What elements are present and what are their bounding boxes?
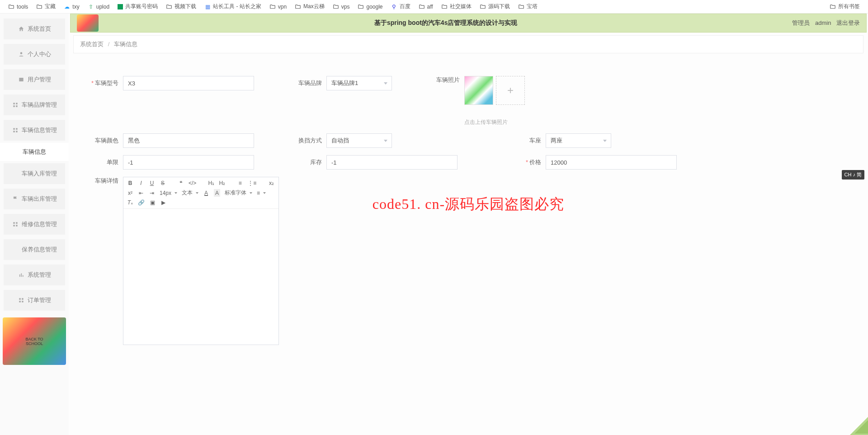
sidebar-item-repair[interactable]: 维修信息管理 bbox=[4, 214, 65, 235]
sidebar-item-carinfo-mgmt[interactable]: 车辆信息管理 bbox=[4, 120, 65, 141]
bookmark-item[interactable]: 宝藏 bbox=[36, 3, 56, 10]
brand-select[interactable]: 车辆品牌1 bbox=[326, 76, 392, 90]
limit-label: 单限 bbox=[82, 158, 118, 166]
fontfamily-select[interactable]: 标准字体 bbox=[225, 189, 252, 197]
bookmark-item[interactable]: ⇧uplod bbox=[88, 4, 109, 10]
ul-button[interactable]: ⋮≡ bbox=[248, 180, 256, 186]
field-color: 车辆颜色 bbox=[82, 133, 254, 148]
bookmark-item[interactable]: google bbox=[358, 4, 382, 10]
page-title: 基于spring boot的汽车4s店管理系统的设计与实现 bbox=[103, 19, 788, 27]
page-header: 基于spring boot的汽车4s店管理系统的设计与实现 管理员 admin … bbox=[70, 14, 867, 33]
fontcolor-button[interactable]: A bbox=[203, 189, 209, 197]
site-icon: ▦ bbox=[204, 4, 211, 10]
price-input[interactable] bbox=[546, 155, 677, 170]
header-user-area: 管理员 admin 退出登录 bbox=[788, 19, 860, 27]
sheet-icon bbox=[118, 4, 123, 9]
folder-icon bbox=[358, 4, 364, 10]
ol-button[interactable]: ≡ bbox=[237, 180, 243, 186]
bookmark-item[interactable]: vps bbox=[333, 4, 350, 10]
strike-button[interactable]: S bbox=[160, 180, 166, 186]
field-seat: 车座 两座 bbox=[519, 133, 611, 148]
indent-right-button[interactable]: ⇥ bbox=[149, 189, 155, 197]
svg-rect-16 bbox=[22, 275, 23, 277]
sidebar-item-orders[interactable]: 订单管理 bbox=[4, 290, 65, 311]
bookmark-item[interactable]: ▦站长工具 - 站长之家 bbox=[204, 3, 261, 10]
bookmark-item[interactable]: 共享账号密码 bbox=[118, 3, 158, 10]
svg-rect-10 bbox=[13, 222, 14, 224]
folder-icon bbox=[419, 4, 425, 10]
breadcrumb: 系统首页 / 车辆信息 bbox=[73, 35, 863, 53]
sidebar-item-profile[interactable]: 个人中心 bbox=[4, 44, 65, 65]
seat-select[interactable]: 两座 bbox=[546, 133, 611, 148]
bookmark-item[interactable]: 视频下载 bbox=[166, 3, 196, 10]
shift-select[interactable]: 自动挡 bbox=[326, 133, 392, 148]
model-input[interactable] bbox=[123, 76, 254, 90]
sidebar-item-home[interactable]: 系统首页 bbox=[4, 19, 65, 39]
stock-input[interactable] bbox=[326, 155, 458, 170]
seat-label: 车座 bbox=[519, 137, 541, 145]
sidebar-item-maintain[interactable]: 保养信息管理 bbox=[4, 239, 65, 260]
image-button[interactable]: ▣ bbox=[149, 199, 156, 206]
bookmark-item[interactable]: Max云梯 bbox=[295, 3, 325, 10]
sidebar-item-carinfo[interactable]: 车辆信息 bbox=[0, 143, 69, 161]
subscript-button[interactable]: x₂ bbox=[268, 180, 274, 186]
photo-label: 车辆照片 bbox=[424, 76, 460, 84]
svg-rect-11 bbox=[16, 222, 18, 224]
bookmark-item[interactable]: tools bbox=[8, 4, 28, 10]
video-button[interactable]: ▶ bbox=[160, 199, 166, 206]
sidebar-item-instock[interactable]: 车辆入库管理 bbox=[4, 163, 65, 184]
sidebar-item-system[interactable]: 系统管理 bbox=[4, 265, 65, 285]
underline-button[interactable]: U bbox=[149, 180, 155, 186]
folder-icon bbox=[295, 4, 301, 10]
sidebar-item-users[interactable]: 用户管理 bbox=[4, 69, 65, 90]
upload-add-button[interactable]: + bbox=[496, 76, 525, 105]
textstyle-select[interactable]: 文本 bbox=[182, 189, 198, 197]
link-button[interactable]: 🔗 bbox=[138, 199, 145, 206]
breadcrumb-home[interactable]: 系统首页 bbox=[80, 41, 104, 47]
grid-icon bbox=[12, 221, 19, 227]
upload-icon: ⇧ bbox=[88, 4, 94, 10]
editor-body[interactable] bbox=[123, 209, 278, 345]
h1-button[interactable]: H₁ bbox=[208, 180, 214, 186]
italic-button[interactable]: I bbox=[138, 180, 144, 186]
quote-button[interactable]: ❝ bbox=[178, 180, 184, 186]
bookmark-item[interactable]: 社交媒体 bbox=[441, 3, 472, 10]
photo-thumbnail[interactable] bbox=[464, 76, 493, 105]
clear-format-button[interactable]: Tₓ bbox=[127, 199, 133, 206]
bold-button[interactable]: B bbox=[127, 180, 133, 186]
grid-icon bbox=[12, 127, 19, 133]
field-stock: 库存 bbox=[286, 155, 458, 170]
folder-icon bbox=[36, 4, 42, 10]
limit-input[interactable] bbox=[123, 155, 254, 170]
color-input[interactable] bbox=[123, 133, 254, 148]
code-button[interactable]: </> bbox=[189, 180, 196, 186]
bgcolor-button[interactable]: A bbox=[214, 189, 220, 197]
sidebar-item-outstock[interactable]: 车辆出库管理 bbox=[4, 189, 65, 209]
all-bookmarks[interactable]: 所有书签 bbox=[830, 3, 860, 10]
bookmarks-bar: tools 宝藏 ☁txy ⇧uplod 共享账号密码 视频下载 ▦站长工具 -… bbox=[0, 0, 868, 14]
folder-icon bbox=[269, 4, 276, 10]
logout-link[interactable]: 退出登录 bbox=[836, 19, 860, 26]
field-shift: 换挡方式 自动挡 bbox=[286, 133, 392, 148]
list-icon bbox=[12, 170, 19, 177]
bookmark-item[interactable]: ⚲百度 bbox=[391, 3, 410, 10]
h2-button[interactable]: H₂ bbox=[219, 180, 225, 186]
bookmark-item[interactable]: aff bbox=[419, 4, 433, 10]
ime-indicator[interactable]: CH ♪ 简 bbox=[842, 170, 865, 180]
svg-rect-9 bbox=[16, 131, 18, 132]
bookmark-item[interactable]: 宝塔 bbox=[518, 3, 538, 10]
field-brand: 车辆品牌 车辆品牌1 bbox=[286, 76, 392, 90]
bookmark-item[interactable]: ☁txy bbox=[64, 4, 79, 10]
superscript-button[interactable]: x² bbox=[127, 189, 133, 197]
fontsize-select[interactable]: 14px bbox=[160, 189, 177, 197]
list-icon bbox=[12, 246, 19, 253]
sidebar-item-brand[interactable]: 车辆品牌管理 bbox=[4, 95, 65, 115]
align-select[interactable]: ≡ bbox=[257, 189, 266, 197]
indent-left-button[interactable]: ⇤ bbox=[138, 189, 144, 197]
svg-rect-6 bbox=[13, 128, 14, 130]
svg-rect-17 bbox=[19, 298, 21, 300]
model-label: *车辆型号 bbox=[82, 79, 118, 87]
bookmark-item[interactable]: 源码下载 bbox=[480, 3, 510, 10]
bookmark-item[interactable]: vpn bbox=[269, 4, 287, 10]
editor-toolbar: B I U S ❝ </> H₁ H₂ ≡ ⋮≡ bbox=[123, 177, 278, 209]
